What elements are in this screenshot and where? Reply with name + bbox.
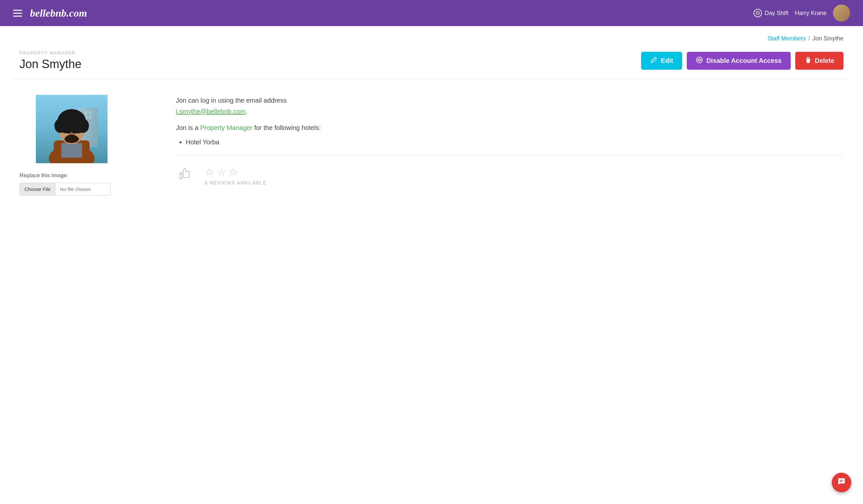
list-item: Hotel Yorba [186, 138, 843, 146]
file-input-wrapper: Choose File No file chosen [20, 183, 111, 196]
login-text-post: . [246, 108, 248, 115]
profile-title-block: PROPERTY MANAGER Jon Smythe [20, 50, 82, 71]
reviews-divider [176, 155, 843, 155]
chat-icon [837, 477, 846, 488]
profile-photo [36, 95, 108, 163]
shift-label: Day Shift [765, 10, 788, 17]
file-name-display: No file chosen [55, 183, 96, 195]
header: bellebnb.com Day Shift Harry Krane [0, 0, 863, 26]
content-area: Replace this image: Choose File No file … [0, 79, 863, 211]
delete-icon [804, 56, 812, 65]
svg-rect-34 [840, 481, 842, 482]
svg-rect-20 [61, 143, 82, 158]
thumbs-up-icon [176, 165, 194, 186]
breadcrumb-staff-members-link[interactable]: Staff Members [767, 35, 806, 42]
login-text-pre: Jon can log in using the email address [176, 97, 287, 104]
star-3: ☆ [229, 166, 238, 178]
choose-file-button[interactable]: Choose File [20, 183, 55, 195]
breadcrumb-current-page: Jon Smythe [813, 35, 843, 42]
svg-point-26 [60, 111, 84, 123]
star-2: ☆ [217, 166, 226, 178]
svg-point-0 [756, 12, 759, 14]
role-label: Property Manager [200, 124, 252, 131]
stars-area: ☆ ☆ ☆ 0 REVIEWS AVAILABLE [204, 166, 267, 185]
disable-button-label: Disable Account Access [706, 57, 781, 64]
disable-button[interactable]: Disable Account Access [687, 52, 791, 70]
profile-name: Jon Smythe [20, 57, 82, 71]
main-content: Staff Members / Jon Smythe PROPERTY MANA… [0, 26, 863, 504]
avatar-image [833, 4, 850, 22]
right-panel: Jon can log in using the email address j… [176, 95, 843, 196]
login-info-text: Jon can log in using the email address j… [176, 95, 843, 117]
delete-button-label: Delete [815, 57, 834, 64]
svg-rect-17 [89, 116, 91, 119]
user-name: Harry Krane [795, 10, 826, 17]
profile-header: PROPERTY MANAGER Jon Smythe Edit Disable… [0, 45, 863, 79]
left-panel: Replace this image: Choose File No file … [20, 95, 150, 196]
star-1: ☆ [204, 166, 214, 178]
svg-line-5 [756, 11, 756, 12]
profile-image-wrapper [36, 95, 108, 163]
stars-display: ☆ ☆ ☆ [204, 166, 267, 178]
role-info-text: Jon is a Property Manager for the follow… [176, 122, 843, 133]
edit-icon [650, 56, 658, 65]
svg-point-32 [66, 135, 77, 140]
shift-info: Day Shift [753, 9, 788, 17]
breadcrumb-separator: / [808, 35, 810, 42]
svg-rect-14 [85, 111, 87, 114]
replace-image-label: Replace this image: [20, 172, 150, 179]
hotel-list: Hotel Yorba [186, 138, 843, 146]
breadcrumb: Staff Members / Jon Smythe [0, 26, 863, 45]
svg-line-8 [756, 14, 756, 15]
delete-button[interactable]: Delete [795, 52, 843, 70]
edit-button[interactable]: Edit [641, 52, 682, 70]
reviews-count-label: 0 REVIEWS AVAILABLE [204, 180, 267, 185]
chat-fab-button[interactable] [832, 473, 851, 492]
email-link[interactable]: j.smythe@bellebnb.com [176, 108, 246, 115]
svg-rect-33 [840, 480, 843, 480]
disable-icon [696, 56, 703, 65]
reviews-section: ☆ ☆ ☆ 0 REVIEWS AVAILABLE [176, 165, 843, 186]
profile-role-label: PROPERTY MANAGER [20, 50, 82, 55]
role-text-post: for the following hotels: [254, 124, 321, 131]
svg-rect-27 [63, 129, 72, 133]
hamburger-menu[interactable] [13, 10, 22, 17]
role-text-pre: Jon is a [176, 124, 198, 131]
action-buttons: Edit Disable Account Access Delete [641, 52, 843, 70]
svg-rect-15 [89, 111, 91, 114]
edit-button-label: Edit [661, 57, 673, 64]
svg-rect-28 [72, 129, 82, 133]
shift-icon [753, 9, 762, 17]
avatar[interactable] [833, 4, 850, 22]
brand-logo: bellebnb.com [30, 7, 87, 19]
